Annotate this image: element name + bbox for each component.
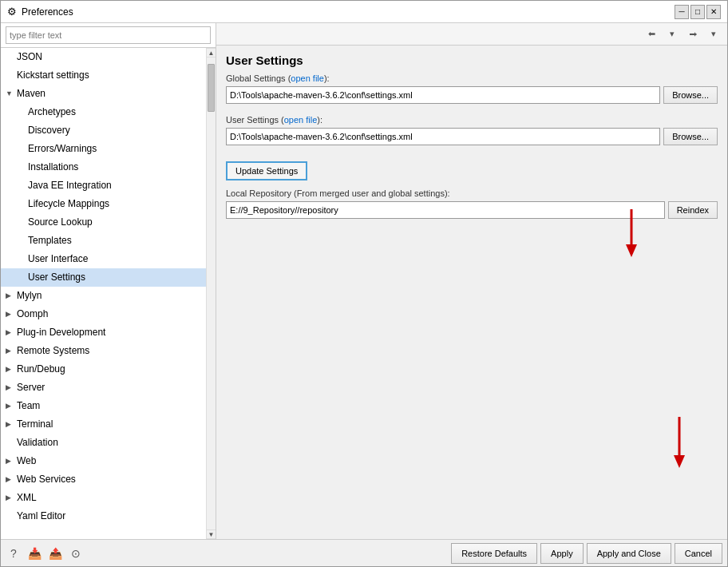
expand-icon-xml: ▶ bbox=[6, 490, 17, 506]
window-title: Preferences bbox=[22, 6, 73, 18]
sidebar-item-archetypes[interactable]: Archetypes bbox=[1, 103, 206, 121]
right-panel: User Settings Global Settings (open file… bbox=[216, 46, 727, 539]
sidebar-item-server[interactable]: ▶Server bbox=[1, 379, 206, 397]
sidebar-item-installations[interactable]: Installations bbox=[1, 158, 206, 176]
export-icon[interactable]: 📤 bbox=[47, 545, 63, 561]
sidebar-item-label-templates: Templates bbox=[28, 233, 72, 248]
scroll-up-arrow[interactable]: ▲ bbox=[207, 48, 216, 57]
sidebar-item-label-server: Server bbox=[17, 380, 45, 395]
sidebar-item-label-oomph: Oomph bbox=[17, 307, 48, 322]
sidebar-item-label-usersettings: User Settings bbox=[28, 270, 85, 285]
back-button[interactable]: ⬅ bbox=[643, 26, 660, 42]
local-repo-label: Local Repository (From merged user and g… bbox=[226, 188, 718, 198]
dropdown-button[interactable]: ▾ bbox=[663, 26, 681, 42]
sidebar-item-errors[interactable]: Errors/Warnings bbox=[1, 140, 206, 158]
sidebar-item-label-yamleditor: Yaml Editor bbox=[17, 509, 65, 524]
restore-defaults-button[interactable]: Restore Defaults bbox=[451, 543, 537, 564]
preferences-window: ⚙ Preferences ─ □ ✕ JSONKickstart settin… bbox=[0, 0, 728, 567]
sidebar-item-validation[interactable]: Validation bbox=[1, 434, 206, 452]
sidebar-item-team[interactable]: ▶Team bbox=[1, 397, 206, 415]
sidebar-item-label-json: JSON bbox=[17, 50, 42, 65]
import-icon[interactable]: 📥 bbox=[26, 545, 42, 561]
titlebar-controls: ─ □ ✕ bbox=[675, 5, 721, 19]
scroll-down-arrow[interactable]: ▼ bbox=[207, 529, 216, 539]
help-icon[interactable]: ? bbox=[6, 545, 22, 561]
sidebar-item-label-remotesys: Remote Systems bbox=[17, 343, 89, 359]
apply-close-button[interactable]: Apply and Close bbox=[587, 543, 671, 564]
sidebar-item-maven[interactable]: ▼Maven bbox=[1, 85, 206, 103]
sidebar-item-javaee[interactable]: Java EE Integration bbox=[1, 176, 206, 195]
sidebar-item-label-userinterface: User Interface bbox=[28, 252, 88, 267]
sidebar-item-kickstart[interactable]: Kickstart settings bbox=[1, 66, 206, 85]
user-browse-button[interactable]: Browse... bbox=[663, 128, 718, 145]
sidebar-item-plugindev[interactable]: ▶Plug-in Development bbox=[1, 323, 206, 342]
user-settings-row: Browse... bbox=[226, 128, 718, 145]
bottom-bar: ? 📥 📤 ⊙ Restore Defaults Apply Apply and… bbox=[1, 539, 727, 566]
expand-icon-remotesys: ▶ bbox=[6, 343, 17, 359]
cancel-button[interactable]: Cancel bbox=[675, 543, 722, 564]
global-settings-section: Global Settings (open file): Browse... bbox=[226, 73, 718, 104]
maximize-button[interactable]: □ bbox=[690, 5, 705, 19]
scroll-thumb[interactable] bbox=[208, 64, 215, 112]
sidebar-item-terminal[interactable]: ▶Terminal bbox=[1, 415, 206, 434]
expand-icon-mylyn: ▶ bbox=[6, 288, 17, 303]
panel-title: User Settings bbox=[216, 46, 727, 73]
apply-button[interactable]: Apply bbox=[540, 543, 584, 564]
sidebar-item-label-mylyn: Mylyn bbox=[17, 288, 42, 303]
dropdown2-button[interactable]: ▾ bbox=[705, 26, 722, 42]
global-path-input[interactable] bbox=[226, 86, 660, 104]
sidebar-item-xml[interactable]: ▶XML bbox=[1, 489, 206, 507]
sidebar-item-webservices[interactable]: ▶Web Services bbox=[1, 470, 206, 489]
sidebar-item-label-rundebug: Run/Debug bbox=[17, 362, 65, 377]
titlebar-left: ⚙ Preferences bbox=[7, 6, 73, 18]
expand-icon-rundebug: ▶ bbox=[6, 362, 17, 377]
sidebar-item-yamleditor[interactable]: Yaml Editor bbox=[1, 507, 206, 525]
local-repo-row: Reindex bbox=[226, 201, 718, 219]
user-settings-section: User Settings (open file): Browse... bbox=[226, 115, 718, 145]
filter-box bbox=[1, 23, 216, 48]
expand-icon-webservices: ▶ bbox=[6, 472, 17, 487]
settings-icon[interactable]: ⊙ bbox=[68, 545, 84, 561]
forward-button[interactable]: ⮕ bbox=[684, 26, 702, 42]
update-settings-button[interactable]: Update Settings bbox=[226, 161, 307, 180]
sidebar-item-lifecycle[interactable]: Lifecycle Mappings bbox=[1, 195, 206, 213]
sidebar-item-remotesys[interactable]: ▶Remote Systems bbox=[1, 342, 206, 360]
sidebar-item-label-javaee: Java EE Integration bbox=[28, 178, 112, 193]
user-path-input[interactable] bbox=[226, 128, 660, 145]
tree-scroll-area: JSONKickstart settings▼MavenArchetypesDi… bbox=[1, 48, 216, 539]
sidebar-scrollbar[interactable]: ▲ ▼ bbox=[206, 48, 216, 539]
global-settings-row: Browse... bbox=[226, 86, 718, 104]
sidebar-item-usersettings[interactable]: User Settings bbox=[1, 268, 206, 287]
sidebar-item-label-archetypes: Archetypes bbox=[28, 105, 76, 120]
back-icon: ⬅ bbox=[648, 29, 655, 39]
sidebar-item-sourcelookup[interactable]: Source Lookup bbox=[1, 213, 206, 232]
user-open-file-link[interactable]: open file bbox=[284, 115, 318, 125]
sidebar-item-rundebug[interactable]: ▶Run/Debug bbox=[1, 360, 206, 379]
sidebar-item-templates[interactable]: Templates bbox=[1, 232, 206, 250]
sidebar-item-discovery[interactable]: Discovery bbox=[1, 121, 206, 140]
expand-icon-maven: ▼ bbox=[6, 86, 17, 101]
local-repo-input[interactable] bbox=[226, 201, 665, 219]
expand-icon-oomph: ▶ bbox=[6, 307, 17, 322]
minimize-button[interactable]: ─ bbox=[675, 5, 689, 19]
sidebar-item-oomph[interactable]: ▶Oomph bbox=[1, 305, 206, 323]
close-button[interactable]: ✕ bbox=[706, 5, 721, 19]
sidebar-item-label-lifecycle: Lifecycle Mappings bbox=[28, 196, 109, 212]
sidebar-item-mylyn[interactable]: ▶Mylyn bbox=[1, 287, 206, 305]
filter-input[interactable] bbox=[6, 26, 211, 44]
sidebar-item-label-team: Team bbox=[17, 398, 40, 414]
global-browse-button[interactable]: Browse... bbox=[663, 86, 718, 104]
sidebar-item-label-maven: Maven bbox=[17, 86, 46, 101]
bottom-right-buttons: Restore Defaults Apply Apply and Close C… bbox=[451, 543, 722, 564]
sidebar-item-label-terminal: Terminal bbox=[17, 417, 53, 432]
global-settings-label: Global Settings (open file): bbox=[226, 73, 718, 83]
global-open-file-link[interactable]: open file bbox=[291, 73, 324, 83]
sidebar-item-userinterface[interactable]: User Interface bbox=[1, 250, 206, 268]
sidebar-item-web[interactable]: ▶Web bbox=[1, 452, 206, 470]
sidebar-item-json[interactable]: JSON bbox=[1, 48, 206, 66]
reindex-button[interactable]: Reindex bbox=[668, 201, 718, 219]
tree: JSONKickstart settings▼MavenArchetypesDi… bbox=[1, 48, 206, 539]
expand-icon-server: ▶ bbox=[6, 380, 17, 395]
sidebar-item-label-installations: Installations bbox=[28, 160, 78, 175]
forward-icon: ⮕ bbox=[689, 30, 698, 39]
